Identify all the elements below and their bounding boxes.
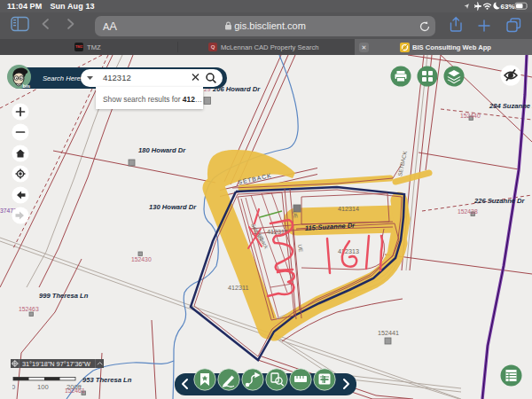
svg-text:100: 100: [37, 383, 49, 391]
svg-text:UE: UE: [297, 244, 304, 253]
svg-text:130 Howard Dr: 130 Howard Dr: [149, 203, 197, 211]
svg-text:SETBACK: SETBACK: [396, 150, 408, 177]
svg-text:0: 0: [12, 383, 15, 391]
svg-text:63%: 63%: [501, 3, 515, 11]
svg-text:412311: 412311: [228, 284, 248, 292]
svg-text:152430: 152430: [131, 256, 152, 262]
svg-text:412312: 412312: [103, 73, 131, 82]
svg-text:152440: 152440: [460, 113, 481, 119]
svg-text:412314: 412314: [338, 205, 359, 213]
svg-text:999 Theresa Ln: 999 Theresa Ln: [39, 292, 89, 300]
svg-text:284 Suzanne D: 284 Suzanne D: [489, 102, 532, 110]
svg-text:152441: 152441: [378, 329, 399, 337]
svg-text:152463: 152463: [19, 306, 39, 312]
svg-text:412313: 412313: [338, 247, 359, 255]
svg-text:226 Suzanne Dr: 226 Suzanne Dr: [473, 197, 526, 205]
svg-text:180 Howard Dr: 180 Howard Dr: [138, 146, 186, 154]
svg-text:152438: 152438: [458, 208, 478, 215]
svg-text:bis: bis: [23, 83, 31, 89]
svg-text:31°19’18”N 97°17’36”W: 31°19’18”N 97°17’36”W: [22, 360, 90, 368]
svg-text:UE: UE: [292, 210, 299, 219]
svg-text:200ft: 200ft: [66, 383, 82, 391]
